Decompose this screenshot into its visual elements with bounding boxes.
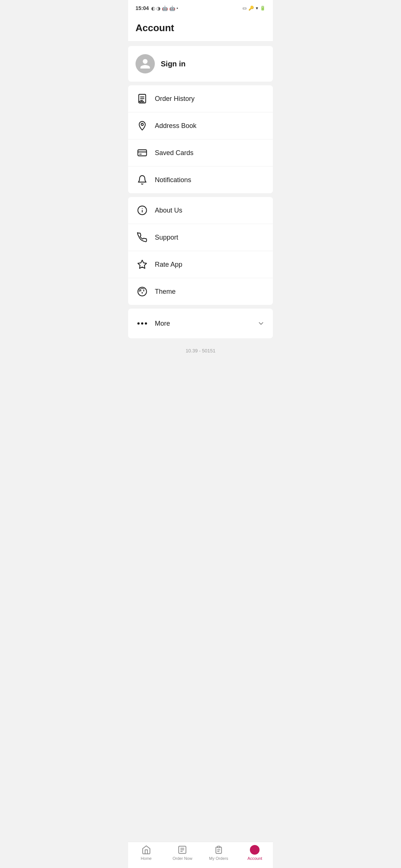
menu-item-address-book[interactable]: Address Book xyxy=(128,112,273,139)
account-header: Account xyxy=(128,16,273,42)
signin-label: Sign in xyxy=(161,60,186,68)
signin-card: Sign in xyxy=(128,46,273,82)
status-icons-left: ◐ ◑ 🤖 🤖 • xyxy=(151,6,178,11)
version-text: 10.39 - 50151 xyxy=(128,342,273,356)
account-nav-label: Account xyxy=(247,856,262,861)
more-left: More xyxy=(136,317,170,330)
signin-row[interactable]: Sign in xyxy=(128,46,273,82)
svg-point-14 xyxy=(141,292,143,294)
my-orders-nav-label: My Orders xyxy=(209,856,228,861)
my-orders-icon xyxy=(214,845,224,855)
location-icon xyxy=(136,119,149,132)
svg-marker-10 xyxy=(138,260,146,268)
svg-point-22 xyxy=(254,847,256,849)
svg-rect-4 xyxy=(138,150,146,156)
info-icon xyxy=(136,204,149,217)
theme-label: Theme xyxy=(155,288,176,296)
account-content: Sign in Order History xyxy=(128,42,273,394)
account-person-icon xyxy=(251,846,258,853)
notifications-label: Notifications xyxy=(155,176,191,184)
user-avatar-icon xyxy=(139,58,151,70)
support-label: Support xyxy=(155,234,178,241)
more-dots-icon xyxy=(136,317,149,330)
status-time: 15:04 xyxy=(136,5,149,11)
order-now-nav-label: Order Now xyxy=(173,856,192,861)
receipt-icon xyxy=(136,92,149,105)
svg-point-3 xyxy=(141,124,143,126)
more-label: More xyxy=(155,320,170,328)
menu-item-support[interactable]: Support xyxy=(128,224,273,251)
svg-point-13 xyxy=(143,290,144,292)
page-title: Account xyxy=(136,22,265,34)
saved-cards-label: Saved Cards xyxy=(155,149,193,157)
svg-rect-19 xyxy=(218,846,220,848)
menu-item-saved-cards[interactable]: Saved Cards xyxy=(128,139,273,166)
avatar xyxy=(136,54,155,73)
account-nav-icon xyxy=(250,845,260,855)
address-book-label: Address Book xyxy=(155,122,196,130)
key-icon: 🔑 xyxy=(248,6,254,11)
nav-item-account[interactable]: Account xyxy=(237,845,273,861)
status-bar: 15:04 ◐ ◑ 🤖 🤖 • ▭ 🔑 ▾ 🔋 xyxy=(128,0,273,16)
menu-item-about-us[interactable]: About Us xyxy=(128,197,273,224)
cast-icon: ▭ xyxy=(242,6,247,11)
rate-app-label: Rate App xyxy=(155,261,182,269)
battery-icon: 🔋 xyxy=(260,6,265,11)
menu-item-rate-app[interactable]: Rate App xyxy=(128,251,273,278)
star-icon xyxy=(136,258,149,271)
card-icon xyxy=(136,146,149,160)
nav-item-order-now[interactable]: Order Now xyxy=(164,845,201,861)
palette-icon xyxy=(136,285,149,298)
about-us-label: About Us xyxy=(155,207,182,214)
more-row[interactable]: More xyxy=(128,309,273,338)
menu-item-order-history[interactable]: Order History xyxy=(128,85,273,112)
wifi-icon: ▾ xyxy=(256,6,258,11)
nav-item-home[interactable]: Home xyxy=(128,845,164,861)
bottom-nav: Home Order Now My Orders Account xyxy=(128,842,273,868)
order-history-label: Order History xyxy=(155,95,195,103)
menu-section-2: About Us Support Rate App xyxy=(128,197,273,305)
bell-icon xyxy=(136,173,149,187)
more-card: More xyxy=(128,309,273,338)
home-icon xyxy=(141,845,151,855)
menu-item-theme[interactable]: Theme xyxy=(128,278,273,305)
phone-icon xyxy=(136,231,149,244)
menu-section-1: Order History Address Book Saved Card xyxy=(128,85,273,193)
nav-item-my-orders[interactable]: My Orders xyxy=(200,845,237,861)
status-icons-right: ▭ 🔑 ▾ 🔋 xyxy=(242,6,265,11)
chevron-down-icon xyxy=(257,319,265,328)
svg-point-12 xyxy=(140,290,141,292)
home-nav-label: Home xyxy=(141,856,151,861)
menu-item-notifications[interactable]: Notifications xyxy=(128,166,273,193)
order-now-icon xyxy=(177,845,187,855)
